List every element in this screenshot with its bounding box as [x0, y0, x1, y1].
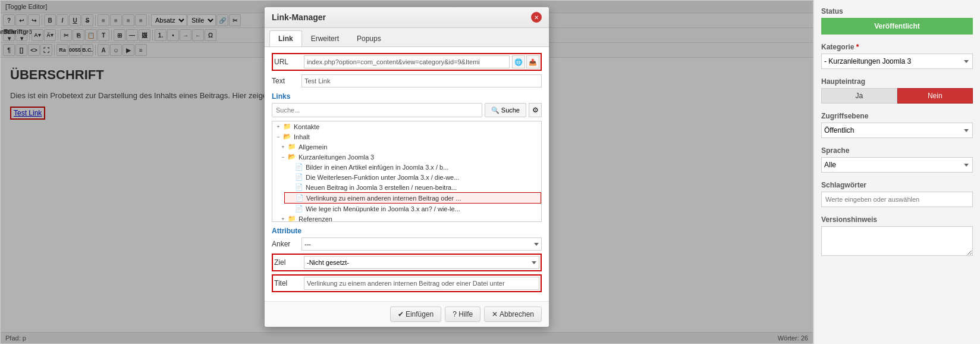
tree-container[interactable]: + 📁 Kontakte − 📂 Inhalt + 📁 Allgemein [272, 121, 542, 222]
tree-spacer-3 [287, 184, 294, 191]
kategorie-required: * [856, 43, 859, 51]
search-button[interactable]: 🔍 Suche [485, 103, 526, 117]
tree-item-kontakte[interactable]: + 📁 Kontakte [272, 121, 541, 132]
tree-item-allgemein[interactable]: + 📁 Allgemein [277, 142, 541, 152]
kategorie-section: Kategorie * - Kurzanleitungen Joomla 3 [821, 43, 973, 69]
ziel-label: Ziel [274, 258, 304, 267]
kategorie-label: Kategorie * [821, 43, 973, 51]
link-manager-modal: Link-Manager ✕ Link Erweitert Popups [264, 7, 549, 327]
schlagwoerter-label: Schlagwörter [821, 181, 973, 189]
kategorie-select[interactable]: - Kurzanleitungen Joomla 3 [821, 54, 973, 69]
ziel-select[interactable]: -Nicht gesetzt- [304, 256, 539, 269]
url-upload-btn[interactable]: 📤 [526, 55, 539, 68]
attributes-section: Attribute Anker --- Ziel -Nicht gesetzt- [272, 227, 542, 292]
tree-spacer-1 [287, 164, 294, 171]
zugriffsebene-label: Zugriffsebene [821, 112, 973, 120]
einfuegen-btn[interactable]: ✔ Einfügen [390, 307, 442, 322]
right-sidebar: Status Veröffentlicht Kategorie * - Kurz… [813, 0, 980, 344]
tree-toggle-referenzen[interactable]: + [279, 215, 287, 223]
attributes-title: Attribute [272, 227, 542, 235]
status-btn-group: Veröffentlicht [821, 18, 973, 35]
tab-link[interactable]: Link [269, 30, 302, 46]
folder-open-icon: 📂 [283, 133, 291, 140]
titel-input[interactable] [304, 277, 539, 290]
zugriffsebene-select[interactable]: Öffentlich [821, 123, 973, 138]
file-icon-4: 📄 [296, 194, 304, 202]
sprache-select[interactable]: Alle [821, 157, 973, 173]
links-section-title: Links [272, 92, 542, 101]
modal-overlay: Link-Manager ✕ Link Erweitert Popups [1, 1, 813, 343]
text-label: Text [272, 77, 301, 85]
versionshinweis-section: Versionshinweis [821, 215, 973, 258]
status-label: Status [821, 7, 973, 15]
text-input[interactable] [301, 74, 542, 87]
modal-tabs: Link Erweitert Popups [265, 28, 549, 47]
sprache-label: Sprache [821, 146, 973, 155]
status-section: Status Veröffentlicht [821, 7, 973, 35]
text-field-row: Text [272, 74, 542, 87]
search-gear-btn[interactable]: ⚙ [529, 103, 542, 117]
tab-popups[interactable]: Popups [348, 30, 390, 46]
url-label: URL [274, 58, 304, 66]
schlagwoerter-section: Schlagwörter [821, 181, 973, 207]
search-row: 🔍 Suche ⚙ [272, 103, 542, 117]
anker-label: Anker [272, 240, 301, 248]
file-icon-5: 📄 [295, 205, 303, 212]
modal-footer: ✔ Einfügen ? Hilfe ✕ Abbrechen [265, 301, 549, 327]
modal-title: Link-Manager [272, 12, 326, 22]
modal-body: URL 🌐 📤 Text Links [265, 47, 549, 301]
tree-item-verlinkung[interactable]: 📄 Verlinkung zu einem anderen internen B… [284, 192, 541, 204]
folder-icon-allgemein: 📁 [288, 143, 296, 151]
search-input[interactable] [272, 103, 482, 117]
haupteintrag-section: Haupteintrag Ja Nein [821, 77, 973, 104]
schlagwoerter-input[interactable] [821, 192, 973, 207]
zugriffsebene-section: Zugriffsebene Öffentlich [821, 112, 973, 138]
status-veroeffentlicht-btn[interactable]: Veröffentlicht [821, 18, 973, 35]
tree-item-referenzen[interactable]: + 📁 Referenzen [277, 214, 541, 222]
search-icon: 🔍 [491, 107, 500, 114]
file-icon-3: 📄 [295, 183, 303, 191]
tree-spacer-4 [287, 195, 294, 202]
tree-item-weiterlesen[interactable]: 📄 Die Weiterlesen-Funktion unter Joomla … [284, 172, 541, 182]
tree-spacer-2 [287, 174, 294, 181]
tree-item-kurzanleitungen[interactable]: − 📂 Kurzanleitungen Joomla 3 [277, 152, 541, 162]
tree-item-neuer-beitrag[interactable]: 📄 Neuen Beitrag in Joomla 3 erstellen / … [284, 182, 541, 192]
url-browse-btn[interactable]: 🌐 [512, 55, 525, 68]
versionshinweis-label: Versionshinweis [821, 215, 973, 224]
haupteintrag-label: Haupteintrag [821, 77, 973, 86]
url-field-icons: 🌐 📤 [512, 55, 539, 68]
haupteintrag-ja-btn[interactable]: Ja [821, 88, 897, 104]
tab-erweitert[interactable]: Erweitert [302, 30, 348, 46]
file-icon-2: 📄 [295, 173, 303, 181]
editor-area: [Toggle Editor] ? ↩ ↪ B I U S ≡ ≡ ≡ ≡ Ab… [0, 0, 813, 344]
folder-icon-ref: 📁 [288, 215, 296, 222]
tree-spacer-5 [287, 205, 294, 212]
tree-toggle-inhalt[interactable]: − [275, 133, 282, 140]
haupteintrag-nein-btn[interactable]: Nein [897, 88, 973, 104]
titel-label: Titel [274, 279, 304, 287]
ziel-row: Ziel -Nicht gesetzt- [272, 254, 542, 271]
anker-row: Anker --- [272, 237, 542, 251]
abbrechen-btn[interactable]: ✕ Abbrechen [484, 307, 542, 322]
versionshinweis-textarea[interactable] [821, 226, 973, 256]
file-icon-1: 📄 [295, 163, 303, 171]
modal-header: Link-Manager ✕ [265, 7, 549, 28]
sprache-section: Sprache Alle [821, 146, 973, 173]
tree-item-menupunkte[interactable]: 📄 Wie lege ich Menüpunkte in Joomla 3.x … [284, 204, 541, 214]
hilfe-btn[interactable]: ? Hilfe [445, 307, 480, 322]
folder-icon: 📁 [283, 123, 291, 130]
tree-toggle-allgemein[interactable]: + [279, 143, 287, 151]
folder-open-icon-kurz: 📂 [288, 153, 296, 161]
anker-select[interactable]: --- [301, 237, 542, 251]
titel-row: Titel [272, 274, 542, 292]
url-input[interactable] [304, 55, 510, 68]
url-field-row: URL 🌐 📤 [272, 53, 542, 71]
tree-item-bilder[interactable]: 📄 Bilder in einen Artikel einfügen in Jo… [284, 162, 541, 172]
tree-item-inhalt[interactable]: − 📂 Inhalt [272, 132, 541, 142]
modal-close-btn[interactable]: ✕ [531, 12, 542, 23]
tree-toggle-kontakte[interactable]: + [275, 123, 282, 130]
haupteintrag-group: Ja Nein [821, 88, 973, 104]
tree-toggle-kurz[interactable]: − [279, 154, 287, 161]
